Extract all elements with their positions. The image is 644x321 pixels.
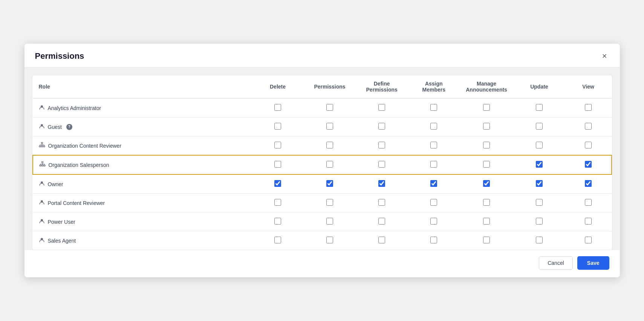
cell-define_permissions (356, 231, 408, 250)
checkbox-view[interactable] (585, 237, 592, 243)
checkbox-permissions[interactable] (326, 180, 333, 187)
col-role: Role (33, 75, 252, 98)
checkbox-delete[interactable] (274, 180, 281, 187)
checkbox-define_permissions[interactable] (378, 104, 385, 111)
cancel-button[interactable]: Cancel (539, 256, 573, 270)
person-icon (39, 237, 45, 244)
checkbox-manage_announcements[interactable] (483, 123, 490, 130)
checkbox-permissions[interactable] (326, 104, 333, 111)
checkbox-delete[interactable] (274, 237, 281, 243)
role-cell: Organization Content Reviewer (33, 136, 252, 156)
person-icon (39, 104, 45, 112)
cell-permissions (304, 194, 356, 212)
svg-rect-13 (44, 165, 45, 166)
checkbox-update[interactable] (536, 218, 543, 225)
role-cell: Portal Content Reviewer (33, 194, 252, 212)
checkbox-update[interactable] (536, 161, 543, 168)
cell-delete (252, 98, 304, 118)
permissions-modal: Permissions × Role Delete Permissions De… (24, 44, 620, 277)
cell-manage_announcements (460, 194, 513, 212)
cell-manage_announcements (460, 155, 513, 174)
checkbox-view[interactable] (585, 218, 592, 225)
checkbox-permissions[interactable] (326, 218, 333, 225)
cell-update (513, 136, 565, 156)
cell-define_permissions (356, 118, 408, 136)
modal-footer: Cancel Save (24, 250, 620, 277)
checkbox-assign_members[interactable] (430, 237, 437, 243)
checkbox-update[interactable] (536, 180, 543, 187)
checkbox-manage_announcements[interactable] (483, 161, 490, 168)
checkbox-update[interactable] (536, 237, 543, 243)
cell-delete (252, 155, 304, 174)
role-cell: Sales Agent (33, 231, 252, 250)
checkbox-delete[interactable] (274, 142, 281, 148)
checkbox-assign_members[interactable] (430, 142, 437, 148)
checkbox-define_permissions[interactable] (378, 161, 385, 168)
person-icon (39, 199, 45, 206)
checkbox-delete[interactable] (274, 123, 281, 130)
checkbox-permissions[interactable] (326, 123, 333, 130)
checkbox-define_permissions[interactable] (378, 180, 385, 187)
checkbox-define_permissions[interactable] (378, 142, 385, 148)
checkbox-manage_announcements[interactable] (483, 104, 490, 111)
cell-permissions (304, 118, 356, 136)
checkbox-view[interactable] (585, 161, 592, 168)
table-row: Organization Content Reviewer (33, 136, 612, 156)
checkbox-delete[interactable] (274, 104, 281, 111)
svg-rect-11 (41, 162, 43, 163)
checkbox-update[interactable] (536, 104, 543, 111)
checkbox-define_permissions[interactable] (378, 199, 385, 206)
checkbox-assign_members[interactable] (430, 123, 437, 130)
checkbox-assign_members[interactable] (430, 161, 437, 168)
cell-update (513, 155, 565, 174)
checkbox-update[interactable] (536, 142, 543, 148)
checkbox-assign_members[interactable] (430, 218, 437, 225)
checkbox-view[interactable] (585, 142, 592, 148)
permissions-table-container: Role Delete Permissions Define Permissio… (32, 75, 612, 250)
checkbox-view[interactable] (585, 104, 592, 111)
cell-view (565, 194, 612, 212)
checkbox-assign_members[interactable] (430, 199, 437, 206)
cell-view (565, 98, 612, 118)
cell-assign_members (408, 174, 460, 194)
table-row: Organization Salesperson (33, 155, 612, 174)
checkbox-view[interactable] (585, 180, 592, 187)
save-button[interactable]: Save (577, 256, 609, 270)
cell-assign_members (408, 118, 460, 136)
checkbox-manage_announcements[interactable] (483, 142, 490, 148)
person-icon (39, 180, 45, 188)
checkbox-view[interactable] (585, 123, 592, 130)
cell-delete (252, 231, 304, 250)
checkbox-permissions[interactable] (326, 237, 333, 243)
checkbox-view[interactable] (585, 199, 592, 206)
checkbox-assign_members[interactable] (430, 104, 437, 111)
checkbox-update[interactable] (536, 123, 543, 130)
role-name: Organization Content Reviewer (48, 143, 122, 149)
col-permissions: Permissions (304, 75, 356, 98)
checkbox-manage_announcements[interactable] (483, 218, 490, 225)
checkbox-define_permissions[interactable] (378, 123, 385, 130)
checkbox-delete[interactable] (274, 199, 281, 206)
checkbox-manage_announcements[interactable] (483, 199, 490, 206)
org-icon (39, 161, 46, 168)
cell-permissions (304, 136, 356, 156)
checkbox-manage_announcements[interactable] (483, 180, 490, 187)
close-button[interactable]: × (600, 51, 609, 61)
cell-delete (252, 136, 304, 156)
checkbox-assign_members[interactable] (430, 180, 437, 187)
svg-rect-12 (40, 165, 41, 166)
checkbox-permissions[interactable] (326, 142, 333, 148)
checkbox-define_permissions[interactable] (378, 237, 385, 243)
checkbox-delete[interactable] (274, 218, 281, 225)
checkbox-delete[interactable] (274, 161, 281, 168)
cell-manage_announcements (460, 212, 513, 231)
checkbox-manage_announcements[interactable] (483, 237, 490, 243)
checkbox-define_permissions[interactable] (378, 218, 385, 225)
role-name: Owner (48, 181, 63, 187)
checkbox-update[interactable] (536, 199, 543, 206)
info-icon[interactable]: ? (66, 124, 72, 130)
cell-define_permissions (356, 212, 408, 231)
cell-update (513, 212, 565, 231)
checkbox-permissions[interactable] (326, 161, 333, 168)
checkbox-permissions[interactable] (326, 199, 333, 206)
